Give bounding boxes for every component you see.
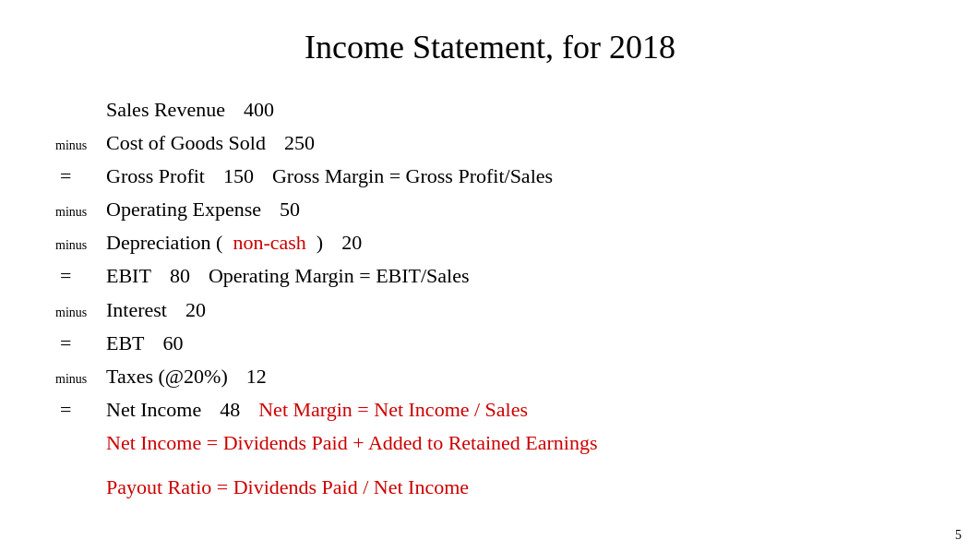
ebit-value: 80 — [170, 260, 190, 292]
row-ebt: = EBT 60 — [55, 328, 925, 359]
row-interest: minus Interest 20 — [55, 294, 925, 326]
net-margin-formula: Net Margin = Net Income / Sales — [258, 398, 528, 421]
gross-profit-value: 150 — [223, 161, 254, 192]
interest-label: Interest — [106, 294, 167, 326]
formula2-text: Payout Ratio = Dividends Paid / Net Inco… — [106, 472, 469, 503]
formula1-text: Net Income = Dividends Paid + Added to R… — [106, 427, 598, 459]
cogs-label: Cost of Goods Sold — [106, 127, 266, 159]
formula1-row: Net Income = Dividends Paid + Added to R… — [55, 427, 925, 459]
prefix-ebt: = — [55, 328, 106, 359]
opex-value: 50 — [280, 194, 300, 225]
depreciation-noncash: non-cash — [233, 227, 305, 258]
content-area: Sales Revenue 400 minus Cost of Goods So… — [55, 94, 925, 503]
depreciation-value: 20 — [341, 227, 362, 258]
prefix-ebit: = — [55, 260, 106, 292]
gross-profit-note: Gross Margin = Gross Profit/Sales — [272, 161, 553, 192]
ebit-label: EBIT — [106, 260, 151, 292]
depreciation-paren: ) — [306, 227, 323, 258]
page-number: 5 — [955, 528, 962, 543]
net-income-label: Net Income — [106, 394, 201, 426]
sales-revenue-value: 400 — [244, 94, 274, 126]
prefix-gp: = — [55, 161, 106, 192]
ebt-value: 60 — [163, 328, 184, 359]
sales-revenue-label: Sales Revenue — [106, 94, 225, 126]
row-sales-revenue: Sales Revenue 400 — [55, 94, 925, 126]
row-gross-profit: = Gross Profit 150 Gross Margin = Gross … — [55, 161, 925, 192]
prefix-opex: minus — [55, 202, 106, 222]
net-income-value: 48 — [220, 394, 240, 426]
row-cogs: minus Cost of Goods Sold 250 — [55, 127, 925, 159]
gross-profit-label: Gross Profit — [106, 161, 205, 192]
formula2-row: Payout Ratio = Dividends Paid / Net Inco… — [55, 472, 925, 503]
taxes-value: 12 — [246, 361, 267, 392]
row-depreciation: minus Depreciation ( non-cash ) 20 — [55, 227, 925, 258]
taxes-label: Taxes (@20%) — [106, 361, 228, 392]
row-ebit: = EBIT 80 Operating Margin = EBIT/Sales — [55, 260, 925, 292]
cogs-value: 250 — [284, 127, 315, 159]
slide-title: Income Statement, for 2018 — [55, 28, 925, 66]
depreciation-label: Depreciation ( — [106, 227, 233, 258]
ebit-note: Operating Margin = EBIT/Sales — [209, 260, 470, 292]
row-net-income: = Net Income 48 Net Margin = Net Income … — [55, 394, 925, 426]
net-income-note: Net Margin = Net Income / Sales — [258, 394, 528, 426]
prefix-cogs: minus — [55, 136, 106, 156]
prefix-ni: = — [55, 394, 106, 426]
ebt-label: EBT — [106, 328, 145, 359]
prefix-taxes: minus — [55, 369, 106, 390]
opex-label: Operating Expense — [106, 194, 261, 225]
slide-container: Income Statement, for 2018 Sales Revenue… — [0, 0, 980, 552]
prefix-interest: minus — [55, 303, 106, 323]
prefix-dep: minus — [55, 235, 106, 256]
row-taxes: minus Taxes (@20%) 12 — [55, 361, 925, 392]
interest-value: 20 — [185, 294, 206, 326]
row-opex: minus Operating Expense 50 — [55, 194, 925, 225]
